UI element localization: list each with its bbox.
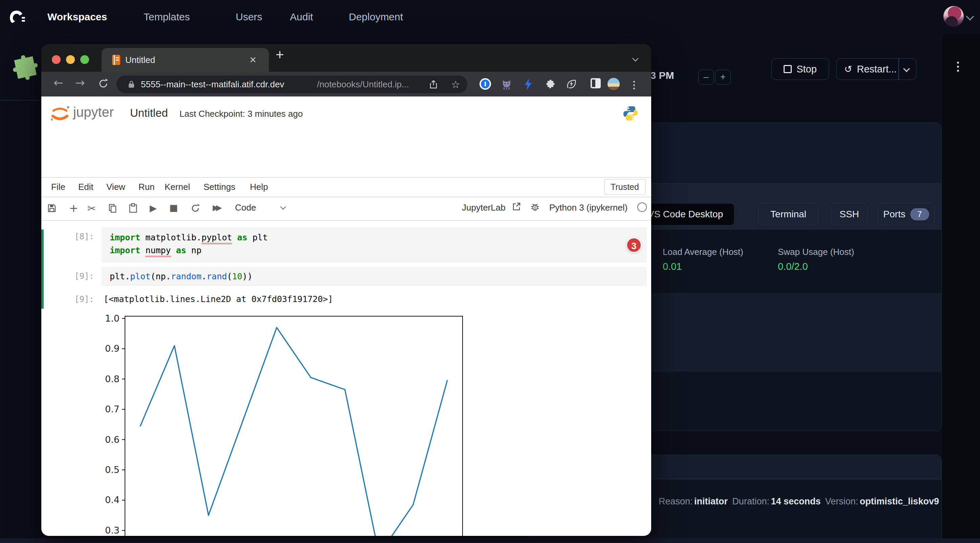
notebook-toolbar: + ✂ ▶ ■ ▶▶ Code JupyterLab: [41, 197, 651, 220]
chevron-down-icon[interactable]: [966, 12, 974, 20]
copy-cell-icon[interactable]: [108, 203, 117, 213]
swap-usage-value: 0.0/2.0: [778, 261, 808, 272]
coder-logo-icon[interactable]: [7, 7, 27, 27]
url-host: 5555--main--test--matifali.atif.cdr.dev: [141, 79, 284, 90]
menu-run[interactable]: Run: [138, 177, 155, 197]
schedule-minus-button[interactable]: –: [698, 70, 714, 85]
cut-cell-icon[interactable]: ✂: [88, 202, 96, 214]
terminal-button[interactable]: Terminal: [758, 203, 818, 225]
version-label: Version:: [825, 496, 858, 506]
nav-item-audit[interactable]: Audit: [290, 0, 313, 34]
svg-text:1.0: 1.0: [105, 313, 119, 324]
new-tab-button[interactable]: +: [276, 47, 284, 63]
jupyter-brand: jupyter: [73, 105, 114, 120]
load-average-value: 0.01: [663, 261, 682, 272]
menu-kernel[interactable]: Kernel: [165, 177, 190, 197]
nav-item-users[interactable]: Users: [236, 0, 262, 34]
browser-tab[interactable]: Untitled ✕: [102, 48, 269, 72]
notebook-favicon: [111, 54, 121, 66]
macos-zoom-button[interactable]: [80, 55, 89, 64]
reason-label: Reason:: [659, 496, 693, 506]
run-all-icon[interactable]: ▶▶: [213, 203, 219, 212]
svg-text:0.4: 0.4: [105, 495, 119, 505]
run-cell-icon[interactable]: ▶: [150, 203, 157, 213]
restart-dropdown-chevron-icon[interactable]: [903, 65, 910, 72]
notebook-title[interactable]: Untitled: [130, 106, 168, 119]
forward-icon[interactable]: →: [75, 76, 85, 89]
menu-file[interactable]: File: [51, 177, 65, 197]
menu-settings[interactable]: Settings: [204, 177, 235, 197]
leaf-bolt-extension-icon[interactable]: [565, 78, 578, 90]
restart-kernel-icon[interactable]: [190, 203, 200, 213]
menu-edit[interactable]: Edit: [78, 177, 94, 197]
bookmark-star-icon[interactable]: ☆: [451, 79, 460, 90]
stop-button[interactable]: Stop: [772, 58, 829, 80]
nav-item-templates[interactable]: Templates: [143, 0, 190, 34]
nav-item-deployment[interactable]: Deployment: [349, 0, 403, 34]
lightning-extension-icon[interactable]: [523, 78, 534, 90]
password-manager-extension-icon[interactable]: [479, 78, 491, 90]
left-divider: [0, 100, 41, 100]
tab-search-chevron-icon[interactable]: [632, 55, 638, 61]
clipped-code-line: import matplotlib.pyplot as plt: [109, 221, 400, 224]
collaborators-badge[interactable]: 3: [626, 237, 642, 253]
tab-close-icon[interactable]: ✕: [249, 55, 257, 65]
save-icon[interactable]: [48, 204, 56, 213]
ports-label: Ports: [883, 209, 905, 220]
cell9-output-prompt: [9]:: [75, 295, 94, 304]
extensions-puzzle-icon[interactable]: [544, 78, 556, 90]
user-avatar[interactable]: [943, 6, 964, 26]
python-logo-icon: [622, 105, 639, 122]
kernel-name[interactable]: Python 3 (ipykernel): [549, 202, 627, 213]
version-value[interactable]: optimistic_liskov9: [860, 496, 939, 506]
cell-type-chevron-icon[interactable]: [280, 204, 286, 210]
collaborator-cell-indicator: [41, 230, 44, 309]
chrome-menu-kebab-icon[interactable]: [633, 79, 635, 91]
interrupt-kernel-icon[interactable]: ■: [169, 202, 178, 213]
macos-close-button[interactable]: [52, 55, 60, 64]
ssh-button[interactable]: SSH: [830, 203, 868, 225]
jupyter-page: jupyter Untitled Last Checkpoint: 3 minu…: [41, 97, 651, 536]
jupyterlab-link[interactable]: JupyterLab: [462, 202, 506, 213]
macos-minimize-button[interactable]: [66, 55, 75, 64]
ssh-label: SSH: [840, 209, 859, 220]
address-bar[interactable]: 5555--main--test--matifali.atif.cdr.dev/…: [116, 76, 467, 93]
ports-button[interactable]: Ports 7: [878, 203, 934, 225]
stop-icon: [784, 65, 792, 73]
trusted-button[interactable]: Trusted: [604, 179, 646, 195]
side-panel-icon[interactable]: [590, 78, 601, 88]
paste-cell-icon[interactable]: [129, 203, 137, 213]
svg-text:0.6: 0.6: [105, 434, 119, 445]
lock-icon: [127, 80, 135, 89]
reload-icon[interactable]: [97, 78, 109, 89]
menu-help[interactable]: Help: [250, 177, 268, 197]
stop-label: Stop: [797, 64, 817, 75]
debugger-bug-icon[interactable]: [530, 202, 540, 211]
chrome-profile-avatar[interactable]: [608, 78, 620, 90]
kernel-status-icon: [637, 202, 647, 212]
cell8-input[interactable]: import matplotlib.pyplot as plt import n…: [102, 227, 646, 262]
cell9-input[interactable]: plt.plot(np.random.rand(10)): [102, 267, 646, 286]
menu-view[interactable]: View: [106, 177, 125, 197]
browser-tab-strip: Untitled ✕ +: [41, 44, 651, 72]
svg-text:0.5: 0.5: [105, 464, 119, 475]
sidebar-item-workspaces[interactable]: Workspaces: [48, 0, 107, 34]
bottom-strip: [0, 538, 980, 543]
browser-window: Untitled ✕ + ← → 5555--main--test--matif…: [41, 44, 651, 536]
jupyter-logo-icon: [49, 104, 70, 124]
schedule-plus-button[interactable]: +: [715, 70, 731, 85]
octocat-extension-icon[interactable]: [501, 78, 513, 90]
back-icon[interactable]: ←: [54, 76, 63, 89]
share-icon[interactable]: [429, 79, 438, 89]
external-link-icon[interactable]: [512, 202, 521, 211]
workspace-puzzle-icon: [6, 51, 43, 88]
top-nav: Workspaces Templates Users Audit Deploym…: [0, 0, 980, 34]
restart-button[interactable]: ↺ Restart...: [837, 58, 916, 80]
svg-text:0.7: 0.7: [105, 404, 119, 414]
add-cell-icon[interactable]: +: [69, 202, 78, 214]
svg-text:0.3: 0.3: [105, 525, 119, 535]
matplotlib-figure: 0.20.30.40.50.60.70.80.91.002468: [102, 306, 481, 536]
checkpoint-status: Last Checkpoint: 3 minutes ago: [180, 109, 303, 119]
workspace-menu-kebab-icon[interactable]: [957, 60, 959, 74]
cell-type-select[interactable]: Code: [235, 202, 256, 213]
